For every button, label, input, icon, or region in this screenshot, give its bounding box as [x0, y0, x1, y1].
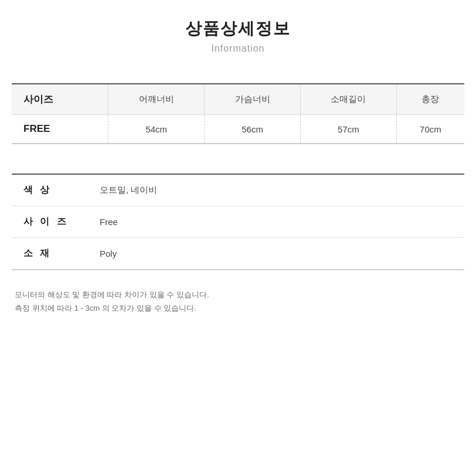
size-table: 사이즈 어깨너비 가슴너비 소매길이 총장 FREE54cm56cm57cm70… [12, 84, 464, 143]
info-row: 소 재Poly [12, 238, 464, 270]
notice-section: 모니터의 해상도 및 환경에 따라 차이가 있을 수 있습니다.측정 위치에 따… [12, 282, 464, 321]
info-table: 색 상오트밀, 네이비사 이 즈Free소 재Poly [12, 175, 464, 269]
col-chest-header: 가슴너비 [205, 84, 301, 115]
info-value: Poly [88, 238, 464, 270]
header-section: 상품상세정보 Information [12, 18, 464, 54]
page-wrapper: 상품상세정보 Information 사이즈 어깨너비 가슴너비 소매길이 총장… [0, 0, 476, 476]
table-row: FREE54cm56cm57cm70cm [12, 115, 464, 144]
notice-text: 측정 위치에 따라 1 - 3cm 의 오차가 있을 수 있습니다. [15, 301, 461, 315]
info-label: 색 상 [12, 175, 88, 206]
col-length-header: 총장 [396, 84, 464, 115]
col-size-header: 사이즈 [12, 84, 108, 115]
table-cell: FREE [12, 115, 108, 144]
info-label: 사 이 즈 [12, 206, 88, 238]
sub-title: Information [12, 43, 464, 54]
main-title: 상품상세정보 [12, 18, 464, 40]
size-table-section: 사이즈 어깨너비 가슴너비 소매길이 총장 FREE54cm56cm57cm70… [12, 83, 464, 144]
info-value: Free [88, 206, 464, 238]
table-cell: 56cm [205, 115, 301, 144]
table-cell: 57cm [300, 115, 396, 144]
info-table-section: 색 상오트밀, 네이비사 이 즈Free소 재Poly [12, 174, 464, 270]
notice-container: 모니터의 해상도 및 환경에 따라 차이가 있을 수 있습니다.측정 위치에 따… [15, 288, 461, 315]
info-row: 사 이 즈Free [12, 206, 464, 238]
size-table-header-row: 사이즈 어깨너비 가슴너비 소매길이 총장 [12, 84, 464, 115]
size-table-body: FREE54cm56cm57cm70cm [12, 115, 464, 144]
info-label: 소 재 [12, 238, 88, 270]
col-shoulder-header: 어깨너비 [108, 84, 205, 115]
info-row: 색 상오트밀, 네이비 [12, 175, 464, 206]
table-cell: 54cm [108, 115, 205, 144]
notice-text: 모니터의 해상도 및 환경에 따라 차이가 있을 수 있습니다. [15, 288, 461, 301]
table-cell: 70cm [396, 115, 464, 144]
info-value: 오트밀, 네이비 [88, 175, 464, 206]
col-sleeve-header: 소매길이 [300, 84, 396, 115]
info-table-body: 색 상오트밀, 네이비사 이 즈Free소 재Poly [12, 175, 464, 269]
